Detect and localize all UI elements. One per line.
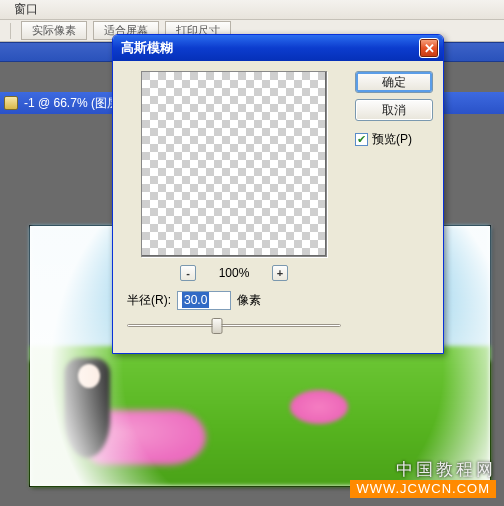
document-icon xyxy=(4,96,18,110)
actual-pixels-button[interactable]: 实际像素 xyxy=(21,21,87,40)
cancel-button[interactable]: 取消 xyxy=(355,99,433,121)
flower-shape xyxy=(290,390,348,424)
preview-checkbox-label: 预览(P) xyxy=(372,131,412,148)
dialog-titlebar[interactable]: 高斯模糊 ✕ xyxy=(113,35,443,61)
slider-track xyxy=(127,324,341,327)
girl-figure xyxy=(64,358,204,468)
radius-unit: 像素 xyxy=(237,292,261,309)
close-icon: ✕ xyxy=(424,41,435,56)
ok-button[interactable]: 确定 xyxy=(355,71,433,93)
preview-checkbox-row[interactable]: ✔ 预览(P) xyxy=(355,131,433,148)
radius-label: 半径(R): xyxy=(127,292,171,309)
watermark: 中国教程网 WWW.JCWCN.COM xyxy=(350,461,496,498)
dialog-title: 高斯模糊 xyxy=(121,39,419,57)
slider-thumb[interactable] xyxy=(211,318,222,334)
zoom-in-button[interactable]: + xyxy=(272,265,288,281)
preview-area[interactable] xyxy=(141,71,327,257)
zoom-out-button[interactable]: - xyxy=(180,265,196,281)
radius-slider[interactable] xyxy=(127,318,341,334)
watermark-url: WWW.JCWCN.COM xyxy=(350,480,496,498)
face-shape xyxy=(78,364,100,388)
watermark-cn: 中国教程网 xyxy=(350,461,496,480)
document-title: -1 @ 66.7% (图层 xyxy=(24,95,119,112)
preview-checkbox[interactable]: ✔ xyxy=(355,133,368,146)
gaussian-blur-dialog: 高斯模糊 ✕ - 100% + 半径(R): 30.0 像素 确定 取消 xyxy=(112,34,444,354)
menubar: 窗口 xyxy=(0,0,504,20)
zoom-percent: 100% xyxy=(214,266,254,280)
menu-window[interactable]: 窗口 xyxy=(6,0,46,20)
close-button[interactable]: ✕ xyxy=(419,38,439,58)
radius-input[interactable]: 30.0 xyxy=(177,291,231,310)
